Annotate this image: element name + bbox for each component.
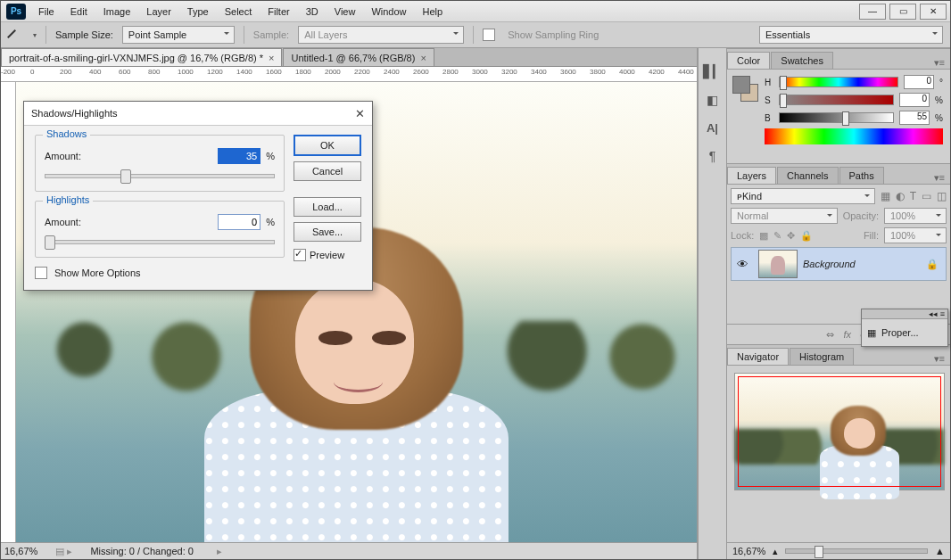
filter-smart-icon[interactable]: ◫ — [937, 190, 947, 202]
sat-value[interactable]: 0 — [899, 93, 930, 107]
lock-transparent-icon[interactable]: ▩ — [759, 230, 768, 242]
menu-type[interactable]: Type — [180, 4, 216, 20]
properties-floating-panel[interactable]: ◂◂ ≡ ▦ Proper... — [861, 309, 948, 347]
shadows-group: Shadows Amount: % — [35, 135, 285, 192]
tab-swatches[interactable]: Swatches — [771, 52, 833, 69]
lock-paint-icon[interactable]: ✎ — [773, 230, 781, 242]
navigator-thumbnail[interactable] — [734, 373, 945, 490]
lock-all-icon[interactable]: 🔒 — [800, 230, 813, 242]
menu-help[interactable]: Help — [416, 4, 451, 20]
panel-collapse-icon[interactable]: ◂◂ ≡ — [862, 309, 947, 319]
ruler-horizontal[interactable]: -200020040060080010001200140016001800200… — [1, 67, 697, 82]
tab-navigator[interactable]: Navigator — [727, 348, 789, 365]
document-tab[interactable]: portrait-of-a-smiling-girl-VXNJMFS.jpg @… — [1, 48, 282, 66]
document-tabs: portrait-of-a-smiling-girl-VXNJMFS.jpg @… — [1, 48, 697, 67]
navigator-viewbox[interactable] — [738, 376, 941, 487]
ruler-vertical[interactable] — [1, 82, 16, 542]
menu-layer[interactable]: Layer — [139, 4, 178, 20]
eyedropper-tool-icon[interactable] — [8, 27, 24, 43]
panel-menu-icon[interactable]: ▾≡ — [929, 353, 950, 365]
filter-adjust-icon[interactable]: ◐ — [896, 190, 905, 202]
layer-thumbnail[interactable] — [758, 250, 798, 278]
blend-mode-dropdown[interactable]: Normal — [731, 208, 838, 224]
tab-color[interactable]: Color — [727, 52, 770, 69]
menu-file[interactable]: File — [31, 4, 62, 20]
hue-unit: ° — [939, 78, 943, 87]
close-icon[interactable]: × — [269, 53, 274, 63]
hue-value[interactable]: 0 — [904, 75, 934, 89]
menu-3d[interactable]: 3D — [299, 4, 326, 20]
layer-filter-icons[interactable]: ▦ ◐ T ▭ ◫ — [881, 190, 947, 202]
color-spectrum[interactable] — [765, 128, 943, 144]
window-buttons: — ▭ ✕ — [859, 4, 950, 20]
bri-unit: % — [935, 113, 943, 123]
filter-pixel-icon[interactable]: ▦ — [881, 190, 890, 202]
actions-panel-icon[interactable]: ◧ — [707, 93, 718, 107]
layer-fx-icon[interactable]: fx — [843, 329, 851, 340]
zoom-readout[interactable]: 16,67% — [4, 546, 37, 556]
shadows-amount-input[interactable] — [218, 148, 260, 164]
zoom-out-icon[interactable]: ▴ — [773, 546, 778, 557]
tab-layers[interactable]: Layers — [727, 167, 776, 184]
menu-filter[interactable]: Filter — [260, 4, 296, 20]
menu-edit[interactable]: Edit — [63, 4, 95, 20]
ok-button[interactable]: OK — [294, 135, 361, 156]
show-sampling-label: Show Sampling Ring — [508, 29, 599, 40]
dialog-close-icon[interactable]: ✕ — [355, 107, 365, 120]
document-tab[interactable]: Untitled-1 @ 66,7% (RGB/8) × — [283, 48, 434, 66]
minimize-button[interactable]: — — [859, 4, 886, 20]
tab-paths[interactable]: Paths — [839, 167, 884, 184]
shadows-amount-slider[interactable] — [45, 169, 275, 182]
show-more-options-checkbox[interactable] — [35, 267, 47, 279]
close-button[interactable]: ✕ — [920, 4, 947, 20]
navigator-zoom-slider[interactable] — [785, 548, 928, 554]
zoom-in-icon[interactable]: ▲ — [935, 546, 945, 556]
lock-move-icon[interactable]: ✥ — [787, 230, 795, 242]
filter-type-icon[interactable]: T — [910, 190, 916, 202]
navigator-zoom[interactable]: 16,67% — [732, 546, 765, 556]
preview-checkbox[interactable] — [294, 249, 306, 261]
close-icon[interactable]: × — [420, 53, 426, 63]
brightness-slider[interactable] — [779, 112, 894, 123]
sat-unit: % — [935, 95, 943, 105]
cancel-button[interactable]: Cancel — [294, 161, 361, 181]
menu-window[interactable]: Window — [364, 4, 413, 20]
highlights-amount-input[interactable] — [218, 214, 260, 230]
opacity-field[interactable]: 100% — [884, 208, 947, 224]
visibility-eye-icon[interactable]: 👁 — [732, 258, 753, 271]
character-panel-icon[interactable]: A| — [707, 121, 718, 135]
menu-view[interactable]: View — [327, 4, 363, 20]
panel-menu-icon[interactable]: ▾≡ — [929, 172, 950, 184]
history-panel-icon[interactable]: ▋▎ — [703, 64, 723, 78]
hue-slider[interactable] — [779, 77, 898, 87]
layer-name[interactable]: Background — [803, 259, 919, 269]
highlights-group: Highlights Amount: % — [35, 201, 285, 258]
link-layers-icon[interactable]: ⇔ — [826, 329, 834, 341]
saturation-slider[interactable] — [779, 95, 894, 105]
document-tab-label: Untitled-1 @ 66,7% (RGB/8) — [291, 53, 415, 63]
menu-select[interactable]: Select — [218, 4, 260, 20]
sample-size-dropdown[interactable]: Point Sample — [122, 26, 235, 44]
layer-filter-kind[interactable]: ᴘ Kind — [731, 188, 875, 204]
foreground-swatch[interactable] — [732, 76, 750, 94]
tab-histogram[interactable]: Histogram — [790, 348, 854, 365]
properties-icon[interactable]: ▦ — [867, 327, 876, 339]
load-button[interactable]: Load... — [294, 197, 361, 217]
tab-channels[interactable]: Channels — [777, 167, 838, 184]
status-missing: Missing: 0 / Changed: 0 — [90, 546, 194, 556]
layer-row[interactable]: 👁 Background 🔒 — [731, 247, 947, 281]
maximize-button[interactable]: ▭ — [889, 4, 916, 20]
menu-image[interactable]: Image — [96, 4, 138, 20]
separator — [473, 26, 474, 44]
panel-menu-icon[interactable]: ▾≡ — [929, 57, 950, 69]
workspace-dropdown[interactable]: Essentials — [759, 26, 943, 44]
paragraph-panel-icon[interactable]: ¶ — [709, 149, 716, 163]
highlights-amount-slider[interactable] — [45, 235, 275, 248]
filter-shape-icon[interactable]: ▭ — [922, 190, 931, 202]
properties-label: Proper... — [881, 327, 919, 338]
sat-label: S — [765, 95, 773, 105]
sample-label: Sample: — [253, 29, 289, 40]
bri-value[interactable]: 55 — [899, 111, 930, 125]
fill-field[interactable]: 100% — [884, 227, 947, 243]
save-button[interactable]: Save... — [294, 222, 361, 242]
